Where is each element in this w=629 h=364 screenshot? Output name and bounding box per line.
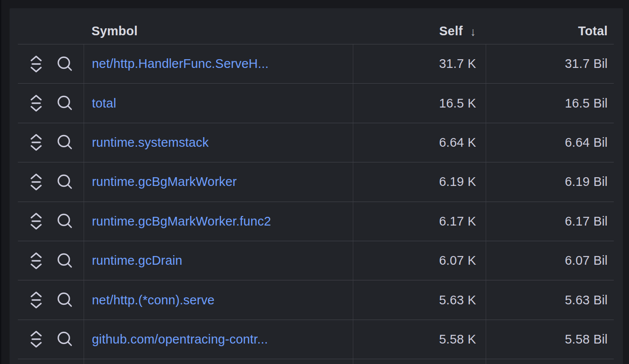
total-value: 16.5 Bil [486, 84, 614, 122]
symbol-link[interactable]: runtime.gcDrain [92, 253, 183, 268]
table-row: runtime.gcDrain 6.07 K 6.07 Bil [18, 241, 614, 280]
actions-column-header [18, 8, 84, 44]
self-value: 5.58 K [353, 320, 486, 359]
column-header-symbol[interactable]: Symbol [84, 8, 353, 44]
symbol-link[interactable]: runtime.systemstack [92, 135, 209, 150]
row-actions-cell [18, 320, 84, 359]
search-icon[interactable] [57, 174, 73, 190]
window-left-edge [0, 0, 1, 364]
symbol-header-label: Symbol [91, 24, 138, 38]
symbols-table: Symbol Self ↓ Total net/http.HandlerFunc… [18, 8, 614, 364]
total-value: 6.19 Bil [486, 162, 614, 201]
sandwich-view-icon[interactable] [30, 94, 43, 113]
total-value: 6.17 Bil [486, 202, 614, 241]
symbol-link[interactable]: github.com/opentracing-contr... [92, 332, 268, 347]
top-table-panel: Symbol Self ↓ Total net/http.HandlerFunc… [10, 8, 623, 364]
search-icon[interactable] [57, 213, 73, 229]
column-header-self[interactable]: Self ↓ [353, 8, 486, 44]
search-icon[interactable] [57, 253, 73, 269]
search-icon[interactable] [57, 134, 73, 151]
sandwich-view-icon[interactable] [30, 212, 43, 231]
self-value: 6.64 K [353, 123, 486, 162]
row-actions-cell [18, 280, 84, 319]
total-value: 6.64 Bil [486, 123, 614, 162]
sandwich-view-icon[interactable] [30, 251, 43, 270]
self-value: 6.07 K [353, 241, 486, 280]
symbol-link[interactable]: runtime.gcBgMarkWorker [92, 175, 237, 189]
table-row: net/http.(*conn).serve 5.63 K 5.63 Bil [18, 280, 614, 320]
sandwich-view-icon[interactable] [30, 133, 43, 152]
column-header-total[interactable]: Total [486, 8, 614, 44]
search-icon[interactable] [57, 331, 73, 347]
sandwich-view-icon[interactable] [30, 172, 43, 192]
row-actions-cell [18, 123, 84, 162]
total-value: 6.07 Bil [486, 241, 614, 280]
table-row: total 16.5 K 16.5 Bil [18, 84, 614, 123]
search-icon[interactable] [57, 95, 73, 111]
sandwich-view-icon[interactable] [30, 54, 43, 74]
row-actions-cell [18, 359, 84, 364]
search-icon[interactable] [57, 292, 73, 308]
self-value: 31.7 K [353, 44, 486, 83]
self-value: 6.19 K [353, 162, 486, 201]
sandwich-view-icon[interactable] [30, 330, 43, 349]
sort-desc-arrow-icon: ↓ [470, 25, 476, 39]
row-actions-cell [18, 44, 84, 83]
total-header-label: Total [578, 24, 608, 38]
table-row: runtime.systemstack 6.64 K 6.64 Bil [18, 123, 614, 162]
sandwich-view-icon[interactable] [30, 290, 43, 310]
symbol-link[interactable]: net/http.(*conn).serve [92, 293, 215, 307]
row-actions-cell [18, 162, 84, 201]
row-actions-cell [18, 84, 84, 122]
table-row-partial [18, 359, 614, 364]
table-row: runtime.gcBgMarkWorker 6.19 K 6.19 Bil [18, 162, 614, 202]
table-row: github.com/opentracing-contr... 5.58 K 5… [18, 320, 614, 359]
symbol-link[interactable]: net/http.HandlerFunc.ServeH... [92, 57, 269, 71]
self-value: 6.17 K [353, 202, 486, 241]
row-actions-cell [18, 202, 84, 241]
self-header-label: Self [439, 24, 463, 38]
total-value: 31.7 Bil [486, 44, 614, 83]
row-actions-cell [18, 241, 84, 280]
table-header-row: Symbol Self ↓ Total [18, 8, 614, 44]
symbol-link[interactable]: runtime.gcBgMarkWorker.func2 [92, 214, 271, 229]
symbol-link[interactable]: total [92, 96, 116, 111]
total-value: 5.58 Bil [486, 320, 614, 359]
self-value: 16.5 K [353, 84, 486, 122]
table-row: net/http.HandlerFunc.ServeH... 31.7 K 31… [18, 44, 614, 84]
search-icon[interactable] [57, 56, 73, 72]
table-row: runtime.gcBgMarkWorker.func2 6.17 K 6.17… [18, 202, 614, 241]
total-value: 5.63 Bil [486, 280, 614, 319]
self-value: 5.63 K [353, 280, 486, 319]
